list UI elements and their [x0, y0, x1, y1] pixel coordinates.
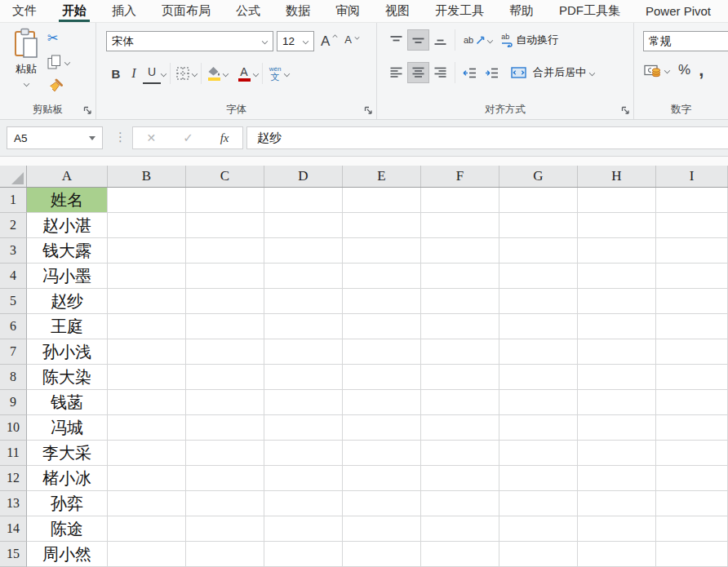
cell-empty[interactable]: [499, 188, 578, 213]
font-size-combo[interactable]: 12: [277, 31, 314, 51]
cell-empty[interactable]: [578, 491, 656, 516]
cell-empty[interactable]: [264, 289, 343, 314]
cell-empty[interactable]: [343, 441, 421, 466]
shrink-font-button[interactable]: A: [344, 33, 358, 46]
cell-empty[interactable]: [578, 516, 656, 542]
row-header[interactable]: 10: [0, 415, 27, 441]
font-color-button[interactable]: A: [235, 63, 253, 84]
row-header[interactable]: 11: [0, 441, 27, 466]
cell-empty[interactable]: [578, 264, 656, 289]
cell-empty[interactable]: [656, 213, 728, 238]
cell-empty[interactable]: [499, 264, 578, 289]
cell-empty[interactable]: [499, 213, 578, 238]
cell-name-column[interactable]: 钱菡: [27, 390, 108, 415]
cell-empty[interactable]: [656, 314, 728, 339]
cell-name-column[interactable]: 楮小冰: [27, 466, 108, 491]
align-left-button[interactable]: [385, 62, 407, 83]
clipboard-dialog-launcher-icon[interactable]: [83, 106, 92, 115]
cell-empty[interactable]: [343, 390, 421, 415]
cell-name-column[interactable]: 陈大染: [27, 365, 108, 390]
alignment-dialog-launcher-icon[interactable]: [621, 106, 630, 115]
cell-empty[interactable]: [108, 238, 186, 264]
orientation-button[interactable]: ab: [464, 35, 493, 45]
select-all-button[interactable]: [0, 166, 27, 187]
cell-empty[interactable]: [186, 466, 264, 491]
row-header[interactable]: 1: [0, 188, 27, 213]
cell-name-column[interactable]: 钱大露: [27, 238, 108, 264]
font-dialog-launcher-icon[interactable]: [364, 106, 373, 115]
cell-empty[interactable]: [421, 264, 499, 289]
cell-empty[interactable]: [264, 415, 343, 441]
underline-dropdown-icon[interactable]: [161, 70, 166, 76]
cell-empty[interactable]: [578, 365, 656, 390]
column-header[interactable]: G: [499, 166, 578, 187]
cell-empty[interactable]: [656, 289, 728, 314]
cell-empty[interactable]: [264, 491, 343, 516]
column-header[interactable]: F: [421, 166, 499, 187]
cell-name-column[interactable]: 王庭: [27, 314, 108, 339]
font-name-dropdown-icon[interactable]: [262, 38, 268, 44]
cell-empty[interactable]: [186, 213, 264, 238]
enter-icon[interactable]: ✓: [183, 131, 193, 145]
cell-empty[interactable]: [108, 264, 186, 289]
cell-empty[interactable]: [656, 516, 728, 542]
cell-empty[interactable]: [264, 365, 343, 390]
copy-dropdown-icon[interactable]: [64, 59, 70, 64]
cell-empty[interactable]: [264, 314, 343, 339]
cell-empty[interactable]: [499, 542, 578, 567]
cell-empty[interactable]: [108, 466, 186, 491]
cell-empty[interactable]: [499, 314, 578, 339]
cell-empty[interactable]: [343, 466, 421, 491]
row-header[interactable]: 12: [0, 466, 27, 491]
cell-empty[interactable]: [499, 516, 578, 542]
ribbon-tab[interactable]: 页面布局: [162, 0, 211, 22]
insert-function-icon[interactable]: fx: [220, 131, 229, 145]
cell-empty[interactable]: [343, 542, 421, 567]
phonetic-guide-button[interactable]: wén 文: [266, 63, 284, 84]
increase-indent-button[interactable]: [481, 62, 503, 83]
font-name-combo[interactable]: 宋体: [106, 31, 273, 51]
cell-empty[interactable]: [186, 390, 264, 415]
name-box[interactable]: A5: [7, 126, 103, 149]
align-top-button[interactable]: [385, 29, 407, 51]
cell-empty[interactable]: [108, 516, 186, 542]
row-header[interactable]: 9: [0, 390, 27, 415]
cell-empty[interactable]: [578, 542, 656, 567]
percent-style-button[interactable]: %: [678, 62, 690, 78]
cell-empty[interactable]: [421, 415, 499, 441]
row-header[interactable]: 13: [0, 491, 27, 516]
underline-button[interactable]: U: [143, 63, 161, 84]
column-header[interactable]: C: [186, 166, 264, 187]
cell-name-column[interactable]: 冯小墨: [27, 264, 108, 289]
ribbon-tab[interactable]: Power Pivot: [646, 0, 711, 22]
cell-empty[interactable]: [499, 466, 578, 491]
cell-empty[interactable]: [108, 415, 186, 441]
cell-empty[interactable]: [578, 289, 656, 314]
cell-empty[interactable]: [264, 188, 343, 213]
cell-empty[interactable]: [499, 365, 578, 390]
cell-empty[interactable]: [421, 516, 499, 542]
cell-name-column[interactable]: 赵小湛: [27, 213, 108, 238]
cell-empty[interactable]: [264, 238, 343, 264]
column-header[interactable]: D: [264, 166, 343, 187]
cell-empty[interactable]: [499, 441, 578, 466]
cell-empty[interactable]: [578, 415, 656, 441]
row-header[interactable]: 15: [0, 542, 27, 567]
column-header[interactable]: E: [343, 166, 421, 187]
cell-empty[interactable]: [499, 390, 578, 415]
cell-empty[interactable]: [343, 491, 421, 516]
cell-empty[interactable]: [421, 365, 499, 390]
align-middle-button[interactable]: [407, 29, 429, 51]
cell-empty[interactable]: [264, 441, 343, 466]
cell-empty[interactable]: [656, 390, 728, 415]
cell-empty[interactable]: [578, 466, 656, 491]
cell-name-column[interactable]: 陈途: [27, 516, 108, 542]
cell-empty[interactable]: [656, 365, 728, 390]
ribbon-tab[interactable]: 视图: [385, 0, 410, 22]
italic-button[interactable]: I: [125, 63, 143, 84]
cell-empty[interactable]: [656, 441, 728, 466]
ribbon-tab[interactable]: 帮助: [509, 0, 534, 22]
cell-empty[interactable]: [264, 264, 343, 289]
row-header[interactable]: 6: [0, 314, 27, 339]
ribbon-tab[interactable]: PDF工具集: [559, 0, 620, 22]
